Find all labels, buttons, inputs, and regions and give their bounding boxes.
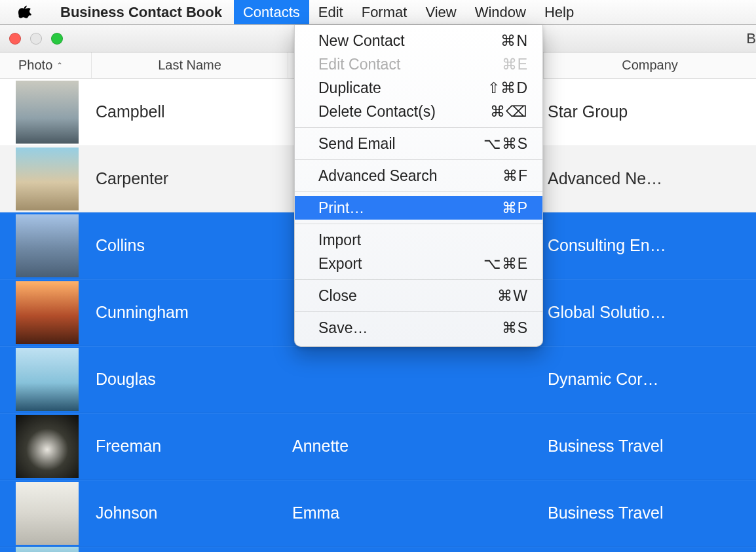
- cell-company: Business Travel: [544, 437, 756, 456]
- cell-company: Consulting En…: [544, 236, 756, 255]
- menubar-item-help[interactable]: Help: [535, 0, 583, 24]
- window-close-button[interactable]: [9, 33, 21, 45]
- menu-item[interactable]: Export⌥⌘E: [295, 252, 542, 275]
- menu-item-label: Edit Contact: [318, 56, 400, 73]
- cell-last-name: Campbell: [92, 102, 288, 121]
- menu-item-label: Delete Contact(s): [318, 103, 436, 121]
- menu-item-label: New Contact: [318, 32, 405, 50]
- menu-item-shortcut: ⌘⌫: [469, 103, 528, 121]
- menu-item-label: Advanced Search: [318, 167, 438, 185]
- window-title-fragment: B: [746, 30, 756, 47]
- table-row[interactable]: JohnsonEmmaBusiness Travel: [0, 480, 756, 547]
- menu-item-label: Send Email: [318, 135, 396, 153]
- menu-item[interactable]: Import: [295, 228, 542, 252]
- cell-photo: [0, 547, 92, 552]
- table-row[interactable]: DouglasDynamic Cor…: [0, 346, 756, 413]
- menubar-item-contacts[interactable]: Contacts: [234, 0, 309, 24]
- menu-item-shortcut: ⌘F: [469, 167, 528, 185]
- contact-photo: [16, 148, 79, 210]
- menu-item-shortcut: ⌥⌘E: [469, 255, 528, 273]
- cell-last-name: Carpenter: [92, 169, 288, 188]
- menubar-item-window[interactable]: Window: [466, 0, 535, 24]
- menu-separator: [295, 224, 542, 224]
- menu-item-shortcut: ⌘W: [469, 287, 528, 305]
- menu-item-label: Close: [318, 287, 357, 305]
- contact-photo: [16, 547, 79, 552]
- cell-photo: [0, 415, 92, 478]
- cell-last-name: Cunningham: [92, 303, 288, 322]
- contact-photo: [16, 348, 79, 411]
- menu-item-shortcut: ⌘S: [469, 319, 528, 337]
- table-row[interactable]: [0, 547, 756, 552]
- menu-separator: [295, 191, 542, 192]
- menu-item[interactable]: Send Email⌥⌘S: [295, 132, 542, 155]
- menu-item-label: Save…: [318, 319, 368, 337]
- menu-item[interactable]: Duplicate⇧⌘D: [295, 76, 542, 100]
- contacts-dropdown-menu: New Contact⌘NEdit Contact⌘EDuplicate⇧⌘DD…: [294, 25, 543, 347]
- cell-photo: [0, 214, 92, 277]
- menu-item[interactable]: New Contact⌘N: [295, 29, 542, 52]
- menu-separator: [295, 311, 542, 312]
- menu-item-shortcut: ⌥⌘S: [469, 135, 528, 153]
- menu-item[interactable]: Print…⌘P: [295, 196, 542, 220]
- cell-last-name: Freeman: [92, 437, 288, 456]
- macos-menubar: Business Contact Book Contacts Edit Form…: [0, 0, 756, 25]
- cell-company: Advanced Ne…: [544, 169, 756, 188]
- column-header-company[interactable]: Company: [544, 52, 756, 78]
- apple-logo-icon[interactable]: [18, 5, 31, 20]
- cell-last-name: Collins: [92, 236, 288, 255]
- cell-company: Star Group: [544, 102, 756, 121]
- cell-first-name: Emma: [288, 503, 544, 522]
- menubar-item-view[interactable]: View: [416, 0, 465, 24]
- cell-last-name: Douglas: [92, 370, 288, 389]
- menubar-app-name[interactable]: Business Contact Book: [51, 0, 231, 24]
- menu-item[interactable]: Advanced Search⌘F: [295, 164, 542, 187]
- menu-item[interactable]: Close⌘W: [295, 284, 542, 307]
- cell-photo: [0, 281, 92, 344]
- menu-separator: [295, 279, 542, 280]
- cell-company: Business Travel: [544, 503, 756, 522]
- cell-photo: [0, 482, 92, 545]
- menu-item-label: Import: [318, 231, 361, 249]
- menu-separator: [295, 127, 542, 128]
- menu-item[interactable]: Save…⌘S: [295, 316, 542, 340]
- sort-ascending-icon: ⌃: [56, 61, 63, 70]
- menu-item-shortcut: ⌘P: [469, 199, 528, 217]
- cell-first-name: Annette: [288, 437, 544, 456]
- menu-item-label: Print…: [318, 199, 364, 217]
- column-header-last-name[interactable]: Last Name: [92, 52, 288, 78]
- menu-item: Edit Contact⌘E: [295, 52, 542, 76]
- cell-company: Global Solutio…: [544, 303, 756, 322]
- menu-item-shortcut: ⌘E: [469, 56, 528, 73]
- window-minimize-button[interactable]: [30, 33, 42, 45]
- column-header-company-label: Company: [622, 58, 678, 73]
- cell-photo: [0, 348, 92, 411]
- contact-photo: [16, 281, 79, 344]
- contact-photo: [16, 81, 79, 144]
- menu-separator: [295, 159, 542, 160]
- column-header-photo[interactable]: Photo ⌃: [0, 52, 92, 78]
- contact-photo: [16, 214, 79, 277]
- menu-item-shortcut: ⌘N: [469, 32, 528, 50]
- column-header-last-name-label: Last Name: [158, 58, 221, 73]
- table-row[interactable]: FreemanAnnetteBusiness Travel: [0, 413, 756, 480]
- window-zoom-button[interactable]: [51, 33, 63, 45]
- menubar-item-edit[interactable]: Edit: [309, 0, 352, 24]
- menu-item[interactable]: Delete Contact(s)⌘⌫: [295, 100, 542, 123]
- cell-company: Dynamic Cor…: [544, 370, 756, 389]
- column-header-photo-label: Photo: [18, 58, 52, 73]
- cell-photo: [0, 81, 92, 144]
- menu-item-label: Export: [318, 255, 362, 273]
- cell-photo: [0, 148, 92, 210]
- menu-item-shortcut: ⇧⌘D: [469, 79, 528, 97]
- contact-photo: [16, 482, 79, 545]
- traffic-lights: [9, 33, 63, 45]
- cell-last-name: Johnson: [92, 503, 288, 522]
- contact-photo: [16, 415, 79, 478]
- menu-item-label: Duplicate: [318, 79, 381, 97]
- menubar-item-format[interactable]: Format: [352, 0, 417, 24]
